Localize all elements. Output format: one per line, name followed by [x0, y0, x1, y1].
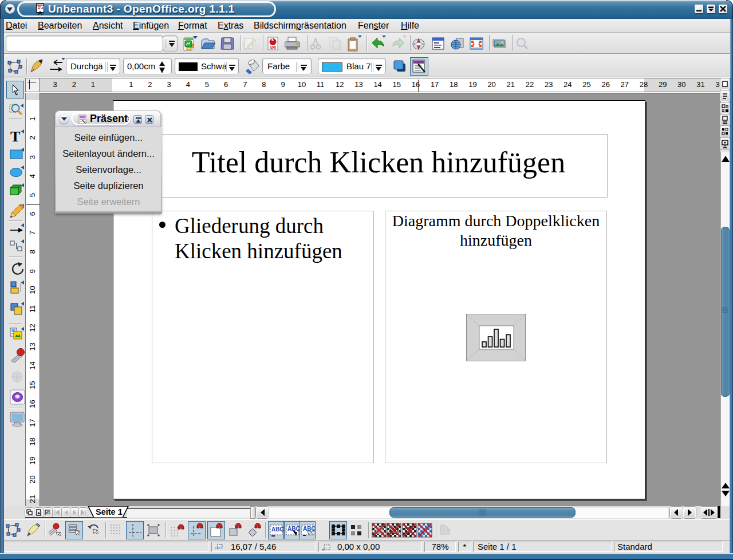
svg-text:PDF: PDF	[270, 46, 277, 49]
svg-text:T: T	[10, 129, 20, 143]
svg-text:ABC: ABC	[271, 526, 283, 533]
svg-text:Seite 1: Seite 1	[96, 507, 123, 516]
